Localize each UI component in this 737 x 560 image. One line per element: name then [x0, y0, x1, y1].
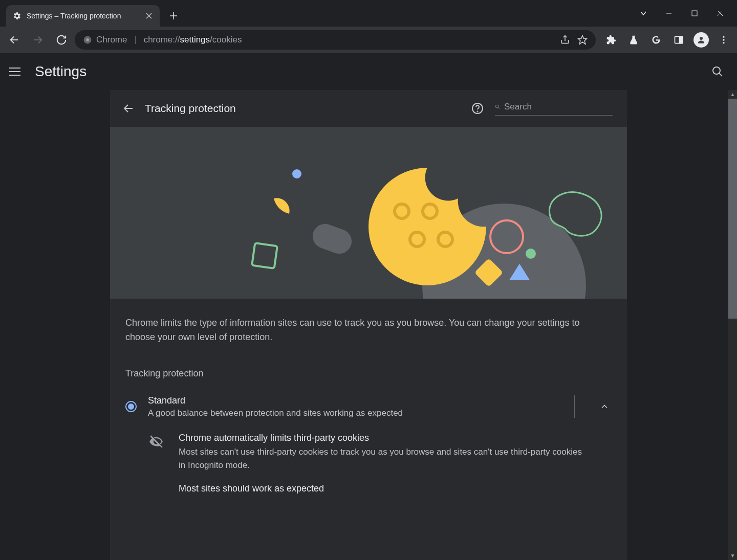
svg-point-25 [478, 111, 478, 112]
description-text: Chrome limits the type of information si… [110, 299, 627, 355]
content-area: Tracking protection [0, 90, 737, 560]
svg-point-20 [723, 42, 724, 43]
browser-toolbar: Chrome | chrome://settings/cookies [0, 27, 737, 53]
url-text: chrome://settings/cookies [144, 35, 242, 45]
bookmark-icon[interactable] [577, 35, 588, 45]
scroll-down-arrow[interactable]: ▼ [728, 551, 737, 560]
svg-point-26 [495, 105, 498, 108]
tab-title: Settings – Tracking protection [27, 12, 139, 20]
panel-search-field[interactable] [495, 102, 613, 116]
svg-marker-13 [578, 36, 587, 44]
new-tab-button[interactable] [165, 7, 182, 25]
scroll-up-arrow[interactable]: ▲ [728, 90, 737, 99]
svg-point-21 [713, 67, 720, 74]
omnibox-divider: | [132, 35, 138, 44]
scroll-thumb[interactable] [728, 99, 737, 319]
close-window-button[interactable] [707, 4, 733, 23]
detail-title: Chrome automatically limits third-party … [179, 433, 583, 443]
svg-line-27 [498, 107, 500, 109]
svg-rect-16 [680, 36, 683, 43]
svg-rect-35 [252, 243, 277, 268]
back-button[interactable] [4, 30, 25, 50]
collapse-icon[interactable] [597, 399, 612, 414]
svg-rect-5 [692, 11, 697, 16]
panel-header: Tracking protection [110, 90, 627, 127]
close-icon[interactable] [144, 11, 154, 20]
chrome-logo-icon: Chrome [83, 35, 127, 45]
minimize-button[interactable] [656, 4, 682, 23]
google-icon[interactable] [647, 31, 665, 49]
hamburger-menu-icon[interactable] [9, 64, 24, 79]
scrollbar[interactable]: ▲ ▼ [728, 90, 737, 560]
svg-rect-34 [309, 220, 355, 257]
detail-title-2: Most sites should work as expected [179, 483, 583, 494]
svg-point-11 [86, 38, 89, 41]
labs-icon[interactable] [624, 31, 643, 49]
panel-back-button[interactable] [121, 101, 136, 116]
detail-sites-work: Most sites should work as expected [110, 481, 627, 503]
window-titlebar: Settings – Tracking protection [0, 0, 737, 27]
spacer-icon [149, 485, 163, 494]
option-subtitle: A good balance between protection and si… [148, 408, 563, 418]
share-icon[interactable] [560, 35, 570, 45]
reload-button[interactable] [51, 30, 72, 50]
detail-subtitle: Most sites can't use third-party cookies… [179, 445, 583, 473]
menu-icon[interactable] [714, 31, 733, 49]
address-bar[interactable]: Chrome | chrome://settings/cookies [75, 30, 596, 50]
header-search-icon[interactable] [707, 61, 728, 82]
svg-point-18 [723, 36, 724, 38]
svg-point-19 [723, 39, 724, 40]
svg-point-33 [292, 169, 301, 178]
option-title: Standard [148, 395, 563, 406]
help-icon[interactable] [471, 102, 484, 115]
svg-point-37 [526, 249, 536, 259]
panel-title: Tracking protection [145, 102, 236, 115]
omnibox-label: Chrome [96, 35, 127, 45]
app-title: Settings [35, 63, 86, 80]
panel-search-input[interactable] [504, 102, 613, 112]
svg-point-17 [700, 37, 703, 40]
option-standard[interactable]: Standard A good balance between protecti… [110, 385, 627, 429]
settings-header: Settings [0, 53, 737, 90]
browser-tab[interactable]: Settings – Tracking protection [6, 5, 160, 27]
tab-search-button[interactable] [631, 4, 656, 23]
settings-panel: Tracking protection [110, 90, 627, 560]
separator [574, 395, 575, 418]
extensions-icon[interactable] [602, 31, 620, 49]
illustration-banner [110, 127, 627, 299]
svg-line-22 [719, 73, 722, 76]
section-title: Tracking protection [110, 355, 627, 385]
forward-button[interactable] [28, 30, 48, 50]
window-controls [631, 4, 733, 23]
maximize-button[interactable] [682, 4, 707, 23]
profile-avatar[interactable] [692, 31, 710, 49]
side-panel-icon[interactable] [669, 31, 688, 49]
detail-cookies: Chrome automatically limits third-party … [110, 429, 627, 482]
visibility-off-icon [149, 435, 163, 473]
search-icon [495, 102, 500, 112]
radio-standard[interactable] [125, 401, 137, 412]
gear-icon [12, 11, 21, 20]
